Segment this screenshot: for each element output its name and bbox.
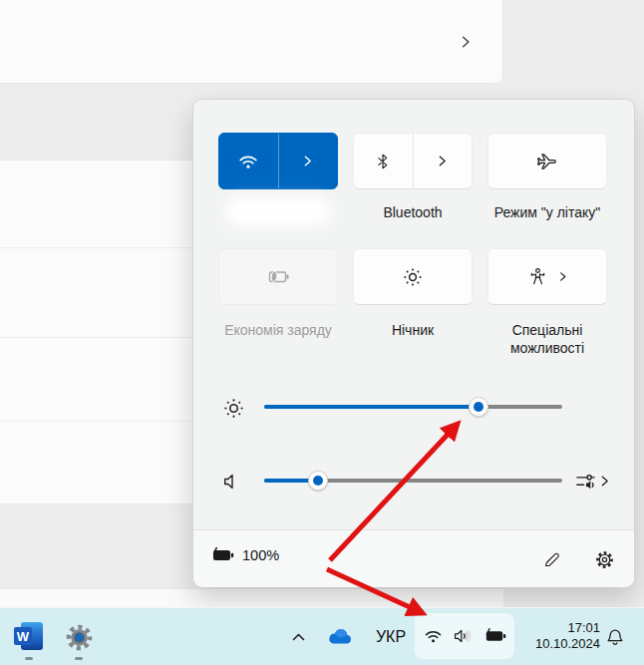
chevron-right-icon [598, 475, 611, 488]
brightness-icon [219, 394, 247, 422]
running-indicator [25, 657, 33, 660]
accessibility-icon [527, 266, 548, 288]
settings-button[interactable] [589, 544, 619, 574]
taskbar-word-app[interactable]: W [14, 621, 44, 651]
airplane-icon [536, 151, 558, 172]
wifi-toggle[interactable] [219, 134, 278, 188]
bluetooth-tile[interactable] [353, 133, 473, 189]
volume-icon [219, 469, 245, 495]
volume-row [193, 466, 634, 496]
settings-footer-strip [0, 588, 503, 608]
brightness-slider[interactable] [264, 405, 562, 409]
tray-overflow-button[interactable] [287, 628, 309, 646]
wifi-expand-button[interactable] [279, 134, 338, 188]
bluetooth-label: Bluetooth [348, 203, 478, 221]
wifi-tray-icon [423, 626, 444, 646]
brightness-thumb[interactable] [469, 397, 488, 417]
volume-slider[interactable] [264, 479, 562, 483]
brightness-row [193, 392, 634, 422]
settings-row-card[interactable] [0, 0, 503, 84]
taskbar-settings-app[interactable] [61, 619, 97, 655]
settings-gear-icon [62, 620, 96, 654]
pencil-icon [542, 550, 561, 569]
edit-quick-settings-button[interactable] [536, 544, 566, 574]
battery-saver-icon [265, 266, 291, 288]
battery-tray-icon [483, 626, 507, 646]
battery-charging-icon [209, 545, 235, 565]
date-label: 10.10.2024 [514, 636, 600, 652]
language-label: УКР [376, 628, 406, 646]
taskbar: W УКР [0, 607, 644, 665]
accessibility-tile[interactable] [487, 248, 607, 305]
bluetooth-toggle[interactable] [354, 134, 413, 188]
quick-settings-panel: Bluetooth Режим "у літаку" [192, 99, 635, 587]
battery-percent-label: 100% [242, 547, 279, 563]
language-indicator[interactable]: УКР [371, 626, 411, 648]
brightness-fill [264, 405, 479, 409]
bell-icon [605, 627, 625, 648]
accessibility-label: Спеціальні можливості [483, 321, 612, 357]
desktop-screen: Bluetooth Режим "у літаку" [0, 0, 644, 665]
audio-output-expand-button[interactable] [597, 473, 611, 489]
airplane-mode-label: Режим "у літаку" [483, 203, 612, 221]
battery-saver-label: Економія заряду [213, 321, 343, 339]
time-label: 17:01 [514, 620, 600, 636]
onedrive-tray-item[interactable] [325, 623, 353, 649]
bluetooth-expand-button[interactable] [414, 134, 473, 188]
night-light-tile[interactable] [353, 248, 473, 305]
chevron-right-icon [459, 35, 473, 49]
clock-tray-item[interactable]: 17:01 10.10.2024 [514, 620, 600, 652]
battery-saver-tile[interactable] [218, 248, 338, 305]
wifi-icon [237, 151, 259, 172]
wifi-network-name-redacted [225, 196, 331, 226]
battery-status[interactable]: 100% [209, 545, 279, 565]
notifications-button[interactable] [603, 625, 627, 649]
wifi-tile[interactable] [218, 133, 338, 189]
quick-settings-footer: 100% [193, 529, 634, 587]
quick-settings-tray-button[interactable] [415, 613, 514, 659]
chevron-right-icon [436, 155, 449, 167]
audio-output-icon[interactable] [573, 469, 597, 493]
volume-tray-icon [453, 626, 474, 646]
bluetooth-icon [374, 152, 392, 171]
night-light-icon [401, 265, 425, 289]
airplane-mode-tile[interactable] [487, 133, 607, 189]
chevron-right-icon [557, 271, 568, 282]
chevron-right-icon [301, 155, 314, 167]
word-icon: W [14, 621, 44, 651]
volume-thumb[interactable] [308, 471, 328, 491]
running-indicator [75, 657, 83, 660]
gear-icon [594, 549, 615, 570]
onedrive-cloud-icon [326, 626, 353, 646]
night-light-label: Нічник [348, 321, 478, 339]
chevron-up-icon [291, 631, 306, 643]
